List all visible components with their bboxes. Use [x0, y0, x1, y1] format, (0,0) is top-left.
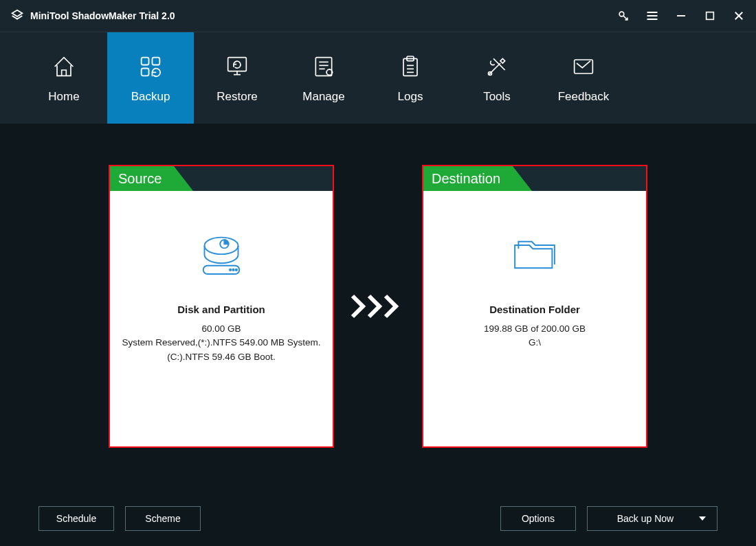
- destination-card-header: Destination: [423, 166, 646, 191]
- transfer-arrows-icon: [353, 293, 403, 320]
- svg-rect-5: [707, 12, 714, 20]
- source-card[interactable]: Source Disk and Partition: [109, 165, 334, 448]
- backup-cards-row: Source Disk and Partition: [27, 165, 729, 448]
- source-card-header: Source: [110, 166, 333, 191]
- source-tab-label: Source: [118, 171, 162, 187]
- tools-icon: [483, 53, 511, 80]
- svg-rect-11: [228, 57, 247, 71]
- nav-label: Restore: [216, 90, 258, 104]
- svg-point-26: [205, 238, 238, 255]
- titlebar-left: MiniTool ShadowMaker Trial 2.0: [10, 8, 175, 23]
- destination-tab: Destination: [423, 166, 513, 191]
- source-title: Disk and Partition: [118, 304, 324, 315]
- disk-icon: [193, 231, 249, 279]
- svg-rect-8: [142, 57, 149, 65]
- schedule-button[interactable]: Schedule: [38, 506, 114, 531]
- folder-icon: [507, 231, 563, 279]
- minimize-button[interactable]: [674, 8, 689, 23]
- destination-tab-label: Destination: [432, 171, 500, 187]
- titlebar-controls: [616, 8, 746, 23]
- svg-rect-10: [142, 68, 149, 76]
- home-icon: [50, 53, 78, 80]
- feedback-icon: [570, 53, 597, 80]
- menu-icon[interactable]: [645, 8, 660, 23]
- destination-size: 199.88 GB of 200.00 GB: [432, 322, 638, 336]
- restore-icon: [223, 53, 251, 80]
- app-title: MiniTool ShadowMaker Trial 2.0: [30, 10, 175, 21]
- left-buttons: Schedule Scheme: [38, 506, 201, 531]
- nav-logs[interactable]: Logs: [367, 32, 454, 124]
- bottom-bar: Schedule Scheme Options Back up Now: [38, 506, 718, 531]
- destination-title: Destination Folder: [432, 304, 638, 315]
- dropdown-caret-icon: [699, 516, 706, 521]
- nav-label: Feedback: [558, 90, 610, 104]
- nav-label: Home: [48, 90, 79, 104]
- nav-feedback[interactable]: Feedback: [540, 32, 627, 124]
- options-button[interactable]: Options: [500, 506, 576, 531]
- close-button[interactable]: [731, 8, 746, 23]
- maximize-button[interactable]: [702, 8, 718, 23]
- svg-point-31: [236, 269, 237, 271]
- nav-label: Backup: [131, 90, 170, 104]
- main-nav: Home Backup Restore: [0, 32, 756, 124]
- nav-backup[interactable]: Backup: [107, 32, 194, 124]
- backup-label: Back up Now: [617, 513, 674, 524]
- app-logo-icon: [10, 8, 25, 23]
- source-card-body: Disk and Partition 60.00 GB System Reser…: [110, 191, 333, 364]
- svg-point-29: [230, 269, 231, 271]
- scheme-button[interactable]: Scheme: [125, 506, 201, 531]
- scheme-label: Scheme: [145, 513, 180, 524]
- nav-home[interactable]: Home: [21, 32, 107, 124]
- nav-restore[interactable]: Restore: [194, 32, 280, 124]
- destination-path: G:\: [432, 336, 638, 350]
- main-content: Source Disk and Partition: [0, 124, 756, 546]
- destination-card-body: Destination Folder 199.88 GB of 200.00 G…: [423, 191, 646, 350]
- nav-label: Tools: [483, 90, 511, 104]
- nav-tools[interactable]: Tools: [454, 32, 540, 124]
- backup-now-button[interactable]: Back up Now: [587, 506, 718, 531]
- nav-label: Manage: [302, 90, 344, 104]
- nav-label: Logs: [398, 90, 423, 104]
- svg-rect-9: [153, 57, 160, 65]
- source-tab: Source: [110, 166, 174, 191]
- manage-icon: [310, 53, 337, 80]
- activate-key-icon[interactable]: [616, 8, 631, 23]
- schedule-label: Schedule: [56, 513, 96, 524]
- backup-icon: [137, 53, 164, 80]
- svg-point-0: [619, 12, 624, 16]
- nav-manage[interactable]: Manage: [280, 32, 367, 124]
- svg-point-30: [232, 269, 234, 271]
- titlebar: MiniTool ShadowMaker Trial 2.0: [0, 0, 756, 32]
- source-details-1: System Reserved,(*:).NTFS 549.00 MB Syst…: [118, 336, 324, 350]
- options-label: Options: [522, 513, 555, 524]
- right-buttons: Options Back up Now: [500, 506, 718, 531]
- source-size: 60.00 GB: [118, 322, 324, 336]
- logs-icon: [397, 53, 424, 80]
- source-details-2: (C:).NTFS 59.46 GB Boot.: [118, 350, 324, 364]
- svg-rect-14: [315, 57, 331, 76]
- destination-card[interactable]: Destination Destination Folder 199.88 GB…: [422, 165, 647, 448]
